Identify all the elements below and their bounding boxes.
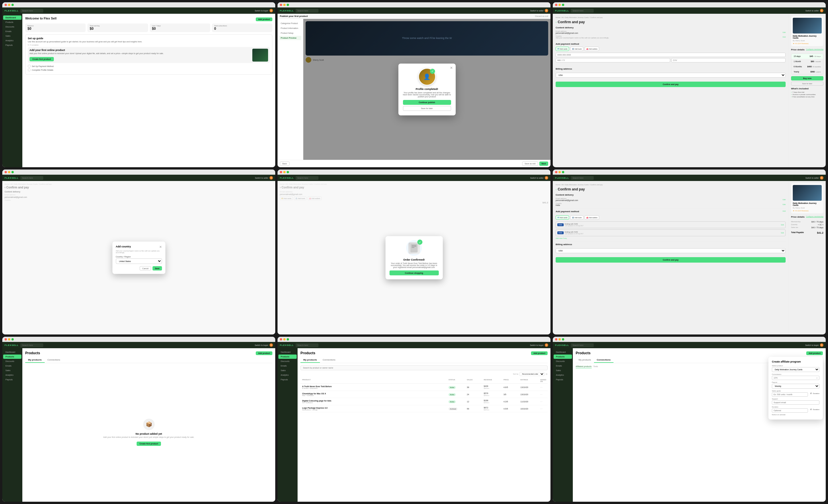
- search-input-5[interactable]: [296, 176, 319, 180]
- configure-link[interactable]: Configure membership: [806, 48, 823, 52]
- add-country-close[interactable]: ✕: [159, 245, 162, 249]
- publish-nav-preview[interactable]: Product Preview: [279, 36, 301, 40]
- row-menu-4[interactable]: ···: [540, 407, 546, 410]
- table-row-3[interactable]: Digital Colouring page for kids Art • So…: [300, 398, 548, 405]
- table-row-4[interactable]: Logo Package Express 3.0 Illustrations •…: [300, 405, 548, 412]
- confirm-pay-button-6[interactable]: Confirm and pay: [555, 257, 786, 263]
- sidebar-item-payouts[interactable]: Payouts: [3, 43, 22, 47]
- save-for-later-btn-2[interactable]: Save for later: [791, 82, 823, 86]
- search-input[interactable]: [20, 9, 43, 13]
- minimize-dot-2[interactable]: [283, 4, 286, 6]
- add-product-btn-7[interactable]: Add product: [256, 351, 273, 355]
- filter-icon[interactable]: ⊞: [546, 373, 548, 375]
- search-input-8[interactable]: [296, 343, 319, 347]
- add-new-card-link[interactable]: Add new if any: [555, 238, 786, 239]
- cancel-button-4[interactable]: Cancel: [140, 266, 151, 270]
- add-wallets-btn[interactable]: 👛 Add wallets: [585, 47, 599, 51]
- membership-6months[interactable]: 6 Months $460 / 6 months: [791, 64, 823, 69]
- membership-yearly[interactable]: Yearly $960 / years: [791, 69, 823, 74]
- next-button[interactable]: Next: [539, 162, 548, 166]
- configure-link-6[interactable]: Configure membership: [806, 216, 823, 220]
- sidebar-payouts-7[interactable]: Payouts: [3, 377, 22, 382]
- sub-tab-affiliated[interactable]: Affiliated products: [576, 366, 592, 368]
- close-dot-8[interactable]: [280, 338, 282, 340]
- row-menu-3[interactable]: ···: [540, 400, 546, 403]
- add-wallets-btn-6[interactable]: 👛 Add wallets: [585, 215, 599, 220]
- add-country-link[interactable]: Add: [782, 36, 786, 38]
- back-arrow-icon[interactable]: ‹: [555, 20, 556, 24]
- tab-connections-9[interactable]: Connections: [594, 358, 614, 363]
- maximize-dot-6[interactable]: [562, 171, 564, 173]
- publish-nav-setup[interactable]: Product Setup: [279, 31, 301, 35]
- tab-connections-7[interactable]: Connections: [45, 358, 63, 363]
- duration-input[interactable]: [772, 408, 808, 413]
- discard-exit-link[interactable]: Discard as exit: [535, 15, 548, 17]
- search-input-2[interactable]: [296, 9, 319, 13]
- sidebar-payouts-9[interactable]: Payouts: [553, 377, 572, 382]
- add-bank-btn[interactable]: 🏦 Add bank: [570, 47, 583, 51]
- minimize-dot-7[interactable]: [8, 338, 10, 340]
- save-button-4[interactable]: Save: [153, 266, 162, 270]
- sidebar-item-products[interactable]: Products: [3, 20, 22, 24]
- membership-1month[interactable]: 1 Month $80 / month: [791, 59, 823, 64]
- close-dot-2[interactable]: [280, 4, 282, 6]
- maximize-dot-7[interactable]: [11, 338, 14, 340]
- sidebar-item-emails[interactable]: Emails: [3, 29, 22, 34]
- edit-card-2[interactable]: Edit: [781, 232, 784, 234]
- maximize-dot-9[interactable]: [562, 338, 564, 340]
- edit-email-6[interactable]: Edit: [783, 199, 786, 201]
- profile-modal-close[interactable]: ✕: [450, 66, 453, 70]
- sub-tab-tools[interactable]: Tools: [593, 366, 598, 368]
- tab-my-products-9[interactable]: My products: [576, 358, 594, 363]
- sidebar-emails-9[interactable]: Emails: [553, 364, 572, 368]
- sidebar-analytics-8[interactable]: Analytics: [278, 373, 297, 377]
- card-number-input[interactable]: [555, 53, 786, 57]
- close-dot-4[interactable]: [5, 171, 7, 173]
- switch-to-buyer[interactable]: Switch to buyer: [255, 10, 268, 12]
- close-dot-5[interactable]: [280, 171, 282, 173]
- continue-shopping-button[interactable]: Continue shopping: [389, 270, 439, 276]
- sidebar-discounts-7[interactable]: Discounts: [3, 359, 22, 364]
- publish-nav-categorise[interactable]: Categorise Product: [279, 21, 301, 26]
- close-dot-9[interactable]: [555, 338, 557, 340]
- sort-select-8[interactable]: Recommended order: [520, 372, 544, 376]
- add-cards-btn-6[interactable]: 🪪 Add cards: [555, 215, 569, 220]
- confirm-pay-button[interactable]: Confirm and pay: [555, 82, 786, 87]
- sidebar-item-sales[interactable]: Sales: [3, 34, 22, 38]
- minimize-dot-8[interactable]: [283, 338, 286, 340]
- continue-publish-button[interactable]: Continue publish: [403, 100, 451, 105]
- minimize-dot-9[interactable]: [558, 338, 561, 340]
- sidebar-item-analytics[interactable]: Analytics: [3, 38, 22, 43]
- commission-clear-icon[interactable]: ✕: [816, 377, 818, 379]
- billing-country-select[interactable]: USA: [555, 73, 786, 78]
- add-bank-btn-6[interactable]: 🏦 Add bank: [570, 215, 583, 220]
- close-dot-3[interactable]: [555, 4, 557, 6]
- add-product-btn-8[interactable]: Add product: [531, 351, 548, 355]
- sidebar-products-7[interactable]: Products: [3, 354, 22, 359]
- sidebar-emails-7[interactable]: Emails: [3, 364, 22, 368]
- create-first-product-button[interactable]: Create first product: [30, 57, 54, 61]
- minimize-dot[interactable]: [8, 4, 10, 6]
- membership-15days[interactable]: 15 days $45 / 15 days: [791, 54, 823, 59]
- sidebar-products-9[interactable]: Products: [553, 354, 572, 359]
- select-product-dropdown[interactable]: Daily Motivation Journey Cards: [772, 367, 819, 372]
- search-input-9[interactable]: [571, 343, 594, 347]
- sidebar-sales-7[interactable]: Sales: [3, 368, 22, 373]
- payout-select[interactable]: Weekly Monthly: [772, 384, 819, 389]
- switch-label-8[interactable]: Switch to buyer: [530, 344, 544, 346]
- switch-label-9[interactable]: Switch to buyer: [805, 344, 819, 346]
- sidebar-dashboard-8[interactable]: Dashboard: [278, 350, 297, 354]
- billing-select-6[interactable]: USA: [555, 248, 786, 253]
- table-row-2[interactable]: ChombApp for Mac OS X Mac • Software Act…: [300, 391, 548, 398]
- tab-my-products-7[interactable]: My products: [25, 358, 45, 363]
- create-first-btn-7[interactable]: Create first product: [137, 442, 161, 446]
- sales-goals-input[interactable]: [772, 392, 808, 396]
- close-dot-7[interactable]: [5, 338, 7, 340]
- maximize-dot-4[interactable]: [11, 171, 14, 173]
- sidebar-analytics-9[interactable]: Analytics: [553, 373, 572, 377]
- edit-card-1[interactable]: Edit: [781, 224, 784, 226]
- sidebar-dashboard-7[interactable]: Dashboard: [3, 350, 22, 354]
- save-as-exit-button[interactable]: Save as exit: [522, 162, 538, 166]
- maximize-dot-3[interactable]: [562, 4, 564, 6]
- maximize-dot-5[interactable]: [287, 171, 289, 173]
